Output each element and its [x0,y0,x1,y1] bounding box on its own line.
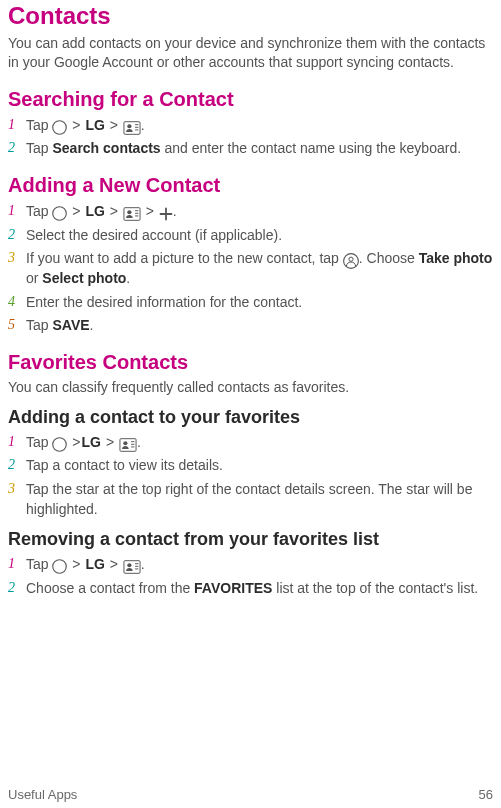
text-fragment: Tap [26,203,52,219]
take-photo-label: Take photo [419,250,493,266]
step-item: 1 Tap > LG > . [8,115,493,135]
text-fragment: Tap [26,434,52,450]
add-steps: 1 Tap > LG > > . 2 Select the desired ac… [8,201,493,335]
section-favorites-heading: Favorites Contacts [8,351,493,374]
chevron-separator: > [105,432,115,452]
lg-label: LG [85,117,104,133]
section-search-heading: Searching for a Contact [8,88,493,111]
step-body: Tap Search contacts and enter the contac… [26,138,493,158]
lg-label: LG [85,556,104,572]
text-fragment: . [141,117,145,133]
text-fragment: . Choose [359,250,419,266]
step-number: 3 [8,248,26,268]
step-item: 3 If you want to add a picture to the ne… [8,248,493,289]
footer-page-number: 56 [479,787,493,802]
text-fragment: Tap [26,317,52,333]
page-footer: Useful Apps 56 [8,787,493,802]
intro-paragraph: You can add contacts on your device and … [8,34,493,72]
step-item: 5 Tap SAVE. [8,315,493,335]
home-circle-icon [52,117,67,132]
manual-page: Contacts You can add contacts on your de… [0,2,501,808]
step-body: Tap a contact to view its details. [26,455,493,475]
chevron-separator: > [109,115,119,135]
subsection-remove-fav-heading: Removing a contact from your favorites l… [8,529,493,550]
contacts-icon [123,556,141,570]
step-number: 1 [8,554,26,574]
lg-label: LG [85,203,104,219]
text-fragment: Tap [26,140,52,156]
select-photo-label: Select photo [42,270,126,286]
home-circle-icon [52,556,67,571]
step-body: If you want to add a picture to the new … [26,248,493,289]
search-contacts-label: Search contacts [52,140,160,156]
text-fragment: . [137,434,141,450]
step-number: 4 [8,292,26,312]
chevron-separator: > [71,554,81,574]
text-fragment: . [141,556,145,572]
text-fragment: Choose a contact from the [26,580,194,596]
footer-section: Useful Apps [8,787,77,802]
step-body: Tap > LG > . [26,554,493,574]
step-body: Select the desired account (if applicabl… [26,225,493,245]
step-number: 2 [8,225,26,245]
contacts-icon [123,117,141,131]
step-body: Tap > LG > . [26,115,493,135]
step-number: 5 [8,315,26,335]
text-fragment: Tap [26,556,52,572]
text-fragment: If you want to add a picture to the new … [26,250,343,266]
text-fragment: . [90,317,94,333]
step-number: 2 [8,578,26,598]
step-item: 1 Tap > LG > . [8,554,493,574]
text-fragment: and enter the contact name using the key… [161,140,461,156]
text-fragment: . [173,203,177,219]
step-number: 2 [8,138,26,158]
step-item: 2 Tap Search contacts and enter the cont… [8,138,493,158]
chevron-separator: > [71,432,81,452]
step-item: 3 Tap the star at the top right of the c… [8,479,493,520]
home-circle-icon [52,203,67,218]
step-body: Tap >LG > . [26,432,493,452]
plus-icon [159,203,173,217]
step-number: 3 [8,479,26,499]
step-number: 1 [8,432,26,452]
photo-placeholder-icon [343,251,359,267]
step-body: Tap > LG > > . [26,201,493,221]
step-item: 2 Tap a contact to view its details. [8,455,493,475]
contacts-icon [119,434,137,448]
remove-fav-steps: 1 Tap > LG > . 2 Choose a contact from t… [8,554,493,598]
favorites-label: FAVORITES [194,580,272,596]
lg-label: LG [82,434,101,450]
save-label: SAVE [52,317,89,333]
step-item: 2 Select the desired account (if applica… [8,225,493,245]
step-item: 4 Enter the desired information for the … [8,292,493,312]
step-body: Enter the desired information for the co… [26,292,493,312]
search-steps: 1 Tap > LG > . 2 Tap Search contacts and… [8,115,493,159]
chevron-separator: > [145,201,155,221]
chevron-separator: > [71,201,81,221]
page-title: Contacts [8,2,493,30]
step-body: Tap the star at the top right of the con… [26,479,493,520]
text-fragment: Tap [26,117,52,133]
subsection-add-fav-heading: Adding a contact to your favorites [8,407,493,428]
step-number: 2 [8,455,26,475]
section-add-heading: Adding a New Contact [8,174,493,197]
contacts-icon [123,203,141,217]
chevron-separator: > [109,201,119,221]
step-item: 2 Choose a contact from the FAVORITES li… [8,578,493,598]
step-body: Choose a contact from the FAVORITES list… [26,578,493,598]
step-item: 1 Tap > LG > > . [8,201,493,221]
chevron-separator: > [109,554,119,574]
step-item: 1 Tap >LG > . [8,432,493,452]
step-number: 1 [8,201,26,221]
add-fav-steps: 1 Tap >LG > . 2 Tap a contact to view it… [8,432,493,519]
step-body: Tap SAVE. [26,315,493,335]
chevron-separator: > [71,115,81,135]
step-number: 1 [8,115,26,135]
favorites-intro: You can classify frequently called conta… [8,378,493,397]
home-circle-icon [52,434,67,449]
text-fragment: list at the top of the contact's list. [272,580,478,596]
text-fragment: . [126,270,130,286]
text-fragment: or [26,270,42,286]
